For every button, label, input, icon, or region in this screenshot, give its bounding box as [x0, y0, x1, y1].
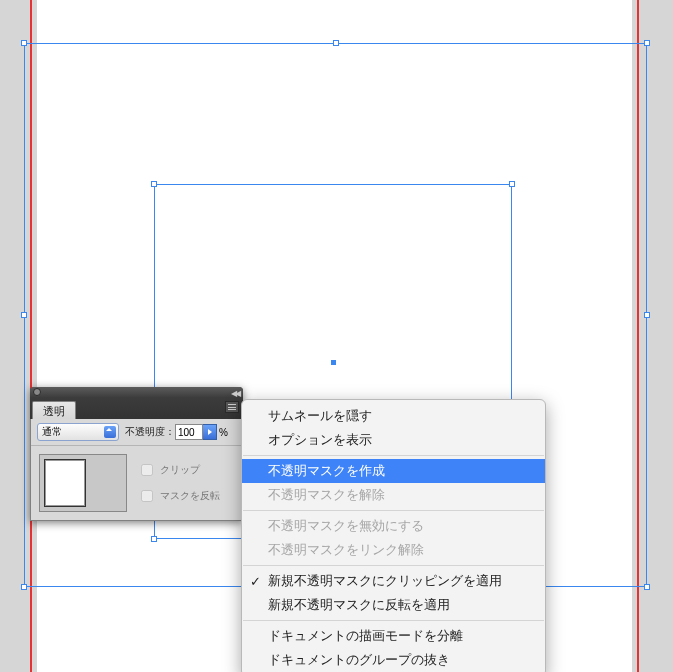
- transparency-panel[interactable]: ◀◀ 透明 通常 不透明度： % クリップ: [30, 387, 243, 521]
- menu-item: 不透明マスクをリンク解除: [242, 538, 545, 562]
- tab-transparency[interactable]: 透明: [32, 401, 76, 419]
- invert-mask-checkbox-input[interactable]: [141, 490, 153, 502]
- menu-item[interactable]: 不透明マスクを作成: [242, 459, 545, 483]
- menu-item-label: 不透明マスクを無効にする: [268, 517, 424, 535]
- menu-item-label: 新規不透明マスクに反転を適用: [268, 596, 450, 614]
- panel-flyout-menu[interactable]: サムネールを隠すオプションを表示不透明マスクを作成不透明マスクを解除不透明マスク…: [241, 399, 546, 672]
- panel-row-blend: 通常 不透明度： %: [31, 419, 242, 446]
- handle-ml[interactable]: [21, 312, 27, 318]
- menu-item-label: サムネールを隠す: [268, 407, 372, 425]
- tab-label: 透明: [43, 405, 65, 417]
- menu-separator: [243, 565, 544, 566]
- menu-item: 不透明マスクを解除: [242, 483, 545, 507]
- menu-item-label: オプションを表示: [268, 431, 372, 449]
- menu-item-label: 新規不透明マスクにクリッピングを適用: [268, 572, 502, 590]
- menu-separator: [243, 620, 544, 621]
- panel-titlebar[interactable]: ◀◀: [30, 387, 243, 397]
- panel-body: 通常 不透明度： % クリップ マスクを反転: [30, 419, 243, 521]
- panel-menu-icon[interactable]: [225, 401, 239, 413]
- clip-checkbox-input[interactable]: [141, 464, 153, 476]
- menu-separator: [243, 510, 544, 511]
- menu-item[interactable]: 新規不透明マスクにクリッピングを適用: [242, 569, 545, 593]
- menu-item[interactable]: サムネールを隠す: [242, 404, 545, 428]
- close-icon[interactable]: [33, 388, 41, 396]
- menu-item[interactable]: オプションを表示: [242, 428, 545, 452]
- menu-item-label: ドキュメントの描画モードを分離: [268, 627, 463, 645]
- handle-tr[interactable]: [644, 40, 650, 46]
- panel-tab-row: 透明: [30, 397, 243, 419]
- menu-item[interactable]: ドキュメントの描画モードを分離: [242, 624, 545, 648]
- margin-guide-left: [30, 0, 32, 672]
- menu-item-label: ドキュメントのグループの抜き: [268, 651, 450, 669]
- handle-tl[interactable]: [21, 40, 27, 46]
- blend-mode-select[interactable]: 通常: [37, 423, 119, 441]
- menu-item-label: 不透明マスクを作成: [268, 462, 385, 480]
- percent-label: %: [219, 427, 228, 438]
- handle-mr[interactable]: [644, 312, 650, 318]
- menu-separator: [243, 455, 544, 456]
- thumbnail-area[interactable]: [39, 454, 127, 512]
- object-thumbnail[interactable]: [44, 459, 86, 507]
- menu-item-label: 不透明マスクをリンク解除: [268, 541, 424, 559]
- menu-item[interactable]: 新規不透明マスクに反転を適用: [242, 593, 545, 617]
- selection-center-point[interactable]: [331, 360, 336, 365]
- invert-mask-checkbox-label: マスクを反転: [160, 489, 220, 503]
- opacity-input[interactable]: [175, 424, 203, 440]
- menu-item-label: 不透明マスクを解除: [268, 486, 385, 504]
- opacity-slider-icon[interactable]: [203, 424, 217, 440]
- handle-br[interactable]: [644, 584, 650, 590]
- clip-checkbox[interactable]: クリップ: [137, 461, 220, 479]
- menu-item: 不透明マスクを無効にする: [242, 514, 545, 538]
- menu-item[interactable]: ドキュメントのグループの抜き: [242, 648, 545, 672]
- clip-checkbox-label: クリップ: [160, 463, 200, 477]
- handle-bl[interactable]: [21, 584, 27, 590]
- opacity-label: 不透明度：: [125, 425, 175, 439]
- margin-guide-right: [637, 0, 639, 672]
- panel-row-mask: クリップ マスクを反転: [31, 446, 242, 520]
- invert-mask-checkbox[interactable]: マスクを反転: [137, 487, 220, 505]
- blend-mode-value: 通常: [42, 426, 62, 437]
- mask-options: クリップ マスクを反転: [137, 454, 220, 512]
